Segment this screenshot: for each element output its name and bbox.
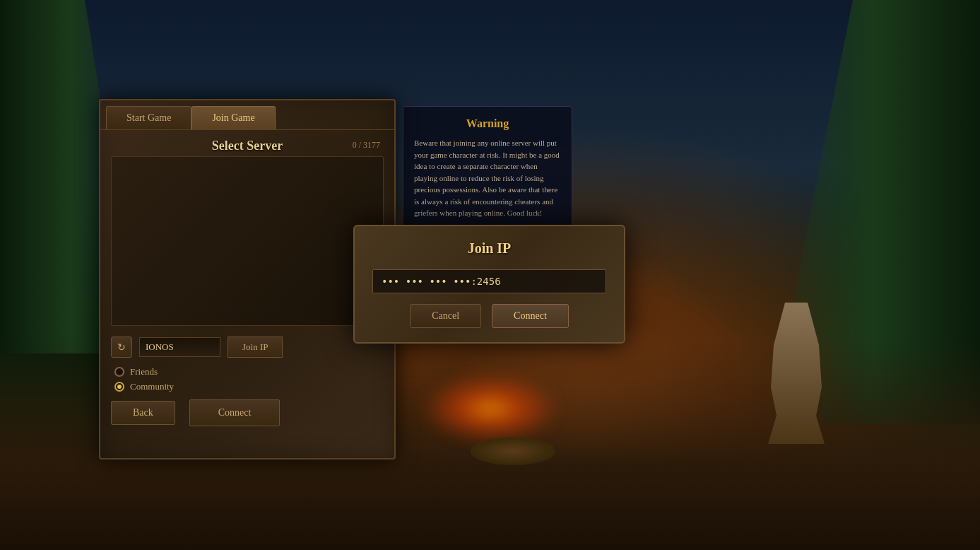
rocks	[471, 437, 555, 465]
radio-community-label: Community	[130, 381, 174, 392]
connect-button-main[interactable]: Connect	[189, 399, 281, 426]
radio-friends-circle	[114, 367, 124, 377]
server-count: 0 / 3177	[353, 140, 380, 151]
ip-address-input[interactable]	[372, 269, 606, 293]
radio-community[interactable]: Community	[114, 381, 384, 392]
main-panel: Start Game Join Game Select Server 0 / 3…	[99, 99, 396, 460]
filter-input[interactable]	[139, 337, 220, 357]
action-row: Back Connect	[111, 399, 384, 426]
dialog-connect-button[interactable]: Connect	[492, 304, 569, 328]
tab-start-game[interactable]: Start Game	[106, 106, 191, 129]
cancel-button[interactable]: Cancel	[410, 304, 481, 328]
back-button[interactable]: Back	[111, 401, 175, 425]
filter-row: ↻ Join IP	[111, 337, 384, 358]
refresh-icon: ↻	[117, 341, 126, 353]
select-server-title: Select Server	[212, 139, 283, 153]
filter-radio-group: Friends Community	[114, 366, 384, 392]
tab-bar: Start Game Join Game	[100, 100, 394, 129]
select-server-header: Select Server 0 / 3177	[100, 129, 394, 156]
refresh-button[interactable]: ↻	[111, 337, 132, 358]
tab-join-game[interactable]: Join Game	[191, 106, 275, 129]
join-ip-dialog-title: Join IP	[372, 240, 606, 257]
join-ip-dialog: Join IP Cancel Connect	[353, 225, 625, 344]
radio-friends-label: Friends	[130, 366, 158, 378]
dialog-buttons: Cancel Connect	[372, 304, 606, 328]
warning-panel: Warning Beware that joining any online s…	[403, 106, 572, 230]
radio-community-circle	[114, 382, 124, 392]
bottom-controls: ↻ Join IP Friends Community Back Connect	[100, 326, 394, 433]
radio-friends[interactable]: Friends	[114, 366, 384, 378]
fire-glow	[420, 373, 561, 444]
warning-text: Beware that joining any online server wi…	[414, 137, 561, 219]
join-ip-button[interactable]: Join IP	[228, 337, 283, 358]
server-list[interactable]	[111, 156, 384, 326]
warning-title: Warning	[414, 117, 561, 130]
